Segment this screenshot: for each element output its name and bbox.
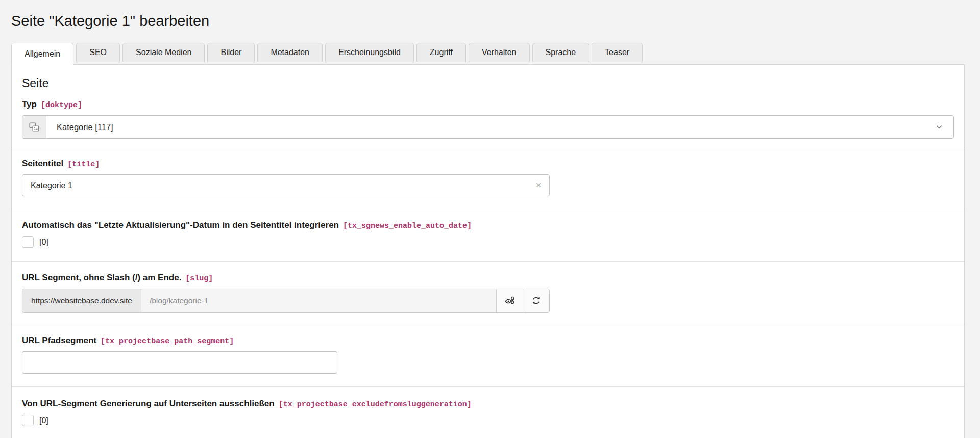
tab-teaser[interactable]: Teaser [592,43,643,62]
section-auto-date: Automatisch das "Letzte Aktualisierung"-… [12,209,964,261]
tab-allgemein[interactable]: Allgemein [11,43,74,65]
slug-toggle-button[interactable] [496,289,523,312]
tab-seo[interactable]: SEO [76,43,120,62]
page-type-icon [22,116,46,138]
chevron-down-icon [935,116,943,138]
section-page-title: Seitentitel [title] × [12,147,964,209]
auto-date-code: [tx_sgnews_enable_auto_date] [343,221,472,231]
slug-label: URL Segment, ohne Slash (/) am Ende. [sl… [22,273,954,284]
doktype-selected-value: Kategorie [117] [46,116,935,138]
tab-bilder[interactable]: Bilder [207,43,255,62]
section-type: Seite Typ [doktype] Kategorie [117] [12,65,964,147]
auto-date-checkbox-caption: [0] [39,238,48,247]
tab-metadaten[interactable]: Metadaten [257,43,323,62]
page-title: Seite "Kategorie 1" bearbeiten [11,12,965,30]
doktype-code: [doktype] [41,100,82,111]
clear-icon[interactable]: × [530,174,547,196]
tab-zugriff[interactable]: Zugriff [416,43,466,62]
tab-erscheinungsbild[interactable]: Erscheinungsbild [325,43,414,62]
section-exclude-slug: Von URL-Segment Generierung auf Untersei… [12,386,964,438]
path-segment-label: URL Pfadsegment [tx_projectbase_path_seg… [22,336,954,347]
exclude-slug-checkbox[interactable] [22,415,34,426]
doktype-select[interactable]: Kategorie [117] [22,115,954,139]
exclude-slug-checkbox-caption: [0] [39,416,48,425]
slug-input[interactable] [141,289,496,312]
exclude-slug-code: [tx_projectbase_excludefromsluggeneratio… [279,400,472,410]
auto-date-label: Automatisch das "Letzte Aktualisierung"-… [22,220,954,231]
eye-link-icon [504,295,516,306]
slug-prefix: https://websitebase.ddev.site [22,289,141,312]
title-code: [title] [67,160,100,170]
exclude-slug-label: Von URL-Segment Generierung auf Untersei… [22,399,954,410]
title-label: Seitentitel [title] [22,159,954,170]
slug-recalculate-button[interactable] [523,289,549,312]
page: Seite "Kategorie 1" bearbeiten Allgemein… [0,12,980,438]
tab-bar: Allgemein SEO Soziale Medien Bilder Meta… [11,43,965,65]
tab-soziale-medien[interactable]: Soziale Medien [122,43,205,62]
page-title-input[interactable] [22,174,550,196]
tab-content-panel: Seite Typ [doktype] Kategorie [117] [11,64,965,438]
refresh-icon [531,295,542,306]
auto-date-checkbox[interactable] [22,236,34,248]
path-segment-code: [tx_projectbase_path_segment] [101,337,234,347]
path-segment-input[interactable] [22,351,337,374]
doktype-label: Typ [doktype] [22,99,954,111]
tab-sprache[interactable]: Sprache [532,43,590,62]
slug-input-group: https://websitebase.ddev.site [22,289,550,313]
slug-code: [slug] [185,274,213,284]
section-header-seite: Seite [22,76,954,90]
section-slug: URL Segment, ohne Slash (/) am Ende. [sl… [12,261,964,324]
tab-verhalten[interactable]: Verhalten [469,43,530,62]
section-path-segment: URL Pfadsegment [tx_projectbase_path_seg… [12,324,964,386]
